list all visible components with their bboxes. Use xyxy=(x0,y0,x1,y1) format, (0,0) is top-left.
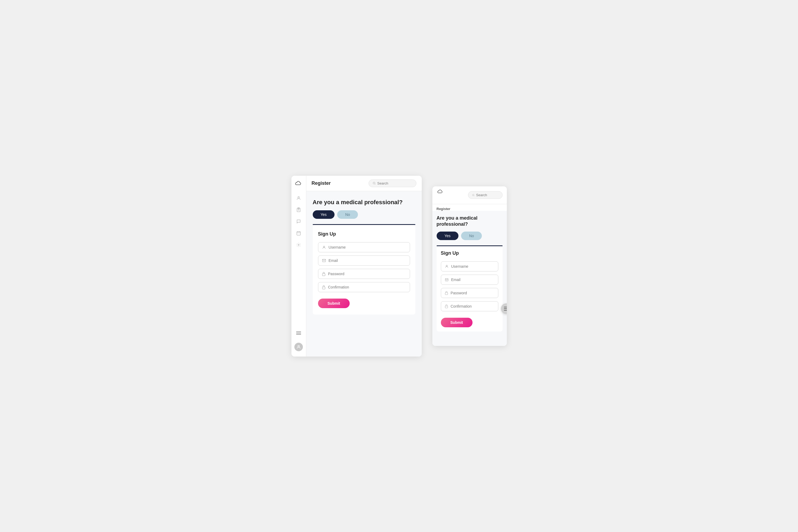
sidebar-icon-settings[interactable] xyxy=(293,240,304,250)
svg-rect-25 xyxy=(445,306,448,308)
yes-button[interactable]: Yes xyxy=(313,210,335,219)
medical-question-text: Are you a medical professional? xyxy=(313,198,415,206)
signup-title-small: Sign Up xyxy=(441,250,498,256)
person-icon xyxy=(322,245,326,249)
svg-point-20 xyxy=(472,194,474,196)
password-field-small xyxy=(441,288,498,298)
sidebar-logo xyxy=(294,181,303,186)
svg-point-13 xyxy=(298,345,299,347)
sidebar-icon-chat[interactable] xyxy=(293,216,304,227)
topbar-small xyxy=(432,186,507,204)
svg-point-22 xyxy=(446,265,447,267)
signup-card: Sign Up xyxy=(313,225,415,315)
page-title: Register xyxy=(312,180,331,186)
search-box[interactable] xyxy=(368,179,416,187)
no-button-small[interactable]: No xyxy=(461,232,482,240)
email-icon xyxy=(322,259,326,262)
avatar[interactable] xyxy=(294,343,303,351)
email-field xyxy=(318,255,410,266)
svg-rect-19 xyxy=(322,287,325,289)
signup-title: Sign Up xyxy=(318,231,410,237)
sidebar-icon-person[interactable] xyxy=(293,193,304,203)
lock-icon-2 xyxy=(322,285,325,289)
confirmation-field-small xyxy=(441,301,498,311)
input-group xyxy=(318,242,410,292)
search-box-small[interactable] xyxy=(468,191,502,199)
lock-icon xyxy=(322,272,325,276)
svg-line-21 xyxy=(474,195,474,196)
sidebar-icon-clipboard[interactable] xyxy=(293,205,304,215)
svg-line-15 xyxy=(375,184,375,184)
password-input[interactable] xyxy=(328,272,406,276)
email-input-small[interactable] xyxy=(451,278,494,282)
logo-small xyxy=(437,190,444,194)
hamburger-icon xyxy=(504,307,507,310)
sidebar-icon-hamburger[interactable] xyxy=(293,328,304,339)
main-content: Register Are you a medical professional?… xyxy=(306,176,422,357)
sidebar-bottom xyxy=(293,328,304,351)
sidebar xyxy=(291,176,306,357)
card-small: Register Are you a medical professional?… xyxy=(432,186,507,346)
input-group-small xyxy=(441,261,498,311)
username-input-small[interactable] xyxy=(451,264,494,268)
svg-rect-5 xyxy=(297,232,301,235)
medical-question: Are you a medical professional? Yes No xyxy=(313,198,415,219)
password-input-small[interactable] xyxy=(451,291,494,295)
lock-icon-small xyxy=(445,291,448,295)
search-icon-small xyxy=(472,193,475,197)
email-input[interactable] xyxy=(329,259,406,263)
username-field-small xyxy=(441,261,498,271)
person-icon-small xyxy=(445,265,449,268)
form-area-small: Are you a medical professional? Yes No S… xyxy=(432,211,507,346)
sidebar-icon-calendar[interactable] xyxy=(293,228,304,239)
confirmation-input[interactable] xyxy=(328,285,406,289)
form-area: Are you a medical professional? Yes No S… xyxy=(306,191,422,357)
search-input-small[interactable] xyxy=(476,193,499,197)
medical-question-small: Are you a medical professional? Yes No xyxy=(437,215,502,240)
submit-button[interactable]: Submit xyxy=(318,299,350,308)
medical-question-text-small: Are you a medical professional? xyxy=(437,215,502,228)
email-field-small xyxy=(441,274,498,285)
topbar: Register xyxy=(306,176,422,191)
svg-point-16 xyxy=(323,246,325,247)
confirmation-field xyxy=(318,282,410,292)
toggle-group: Yes No xyxy=(313,210,415,219)
svg-rect-18 xyxy=(322,273,325,276)
card-large: Register Are you a medical professional?… xyxy=(291,176,422,357)
confirmation-input-small[interactable] xyxy=(451,304,494,308)
email-icon-small xyxy=(445,278,449,281)
lock-icon-2-small xyxy=(445,304,448,308)
search-icon xyxy=(373,181,376,185)
yes-button-small[interactable]: Yes xyxy=(437,232,459,240)
svg-point-14 xyxy=(373,182,375,184)
svg-point-0 xyxy=(298,196,299,198)
search-input[interactable] xyxy=(377,181,413,185)
register-label: Register xyxy=(432,204,507,211)
username-input[interactable] xyxy=(329,245,406,249)
submit-button-small[interactable]: Submit xyxy=(441,318,473,327)
signup-card-small: Sign Up xyxy=(437,246,502,331)
toggle-group-small: Yes No xyxy=(437,232,502,240)
password-field xyxy=(318,269,410,279)
svg-rect-24 xyxy=(445,293,448,295)
no-button[interactable]: No xyxy=(337,210,358,219)
username-field xyxy=(318,242,410,252)
svg-point-9 xyxy=(298,244,299,245)
